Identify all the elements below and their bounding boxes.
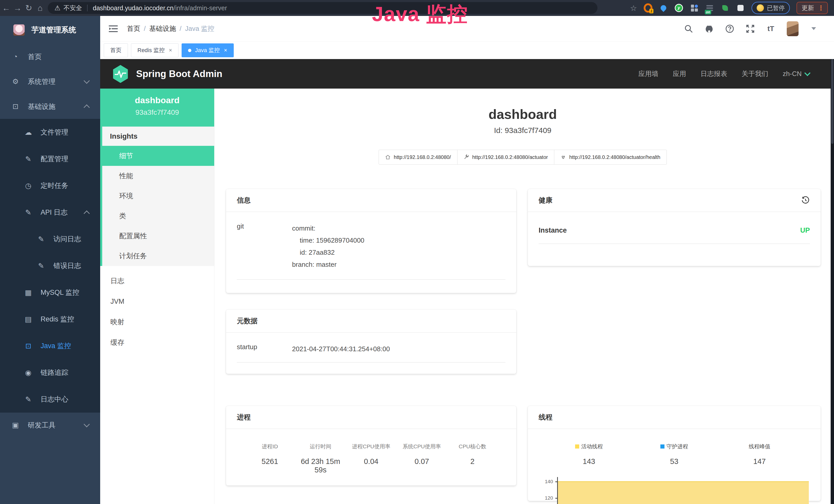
menu-item-mappings[interactable]: 映射 xyxy=(100,312,214,332)
browser-back-icon[interactable]: ← xyxy=(1,3,11,13)
health-url-button[interactable]: http://192.168.0.2:48080/actuator/health xyxy=(554,150,667,165)
sidebar-item-infra[interactable]: ⊡ 基础设施 xyxy=(0,94,100,119)
bookmark-star-icon[interactable]: ☆ xyxy=(630,4,637,13)
sidebar-item-scheduled-jobs[interactable]: ◷ 定时任务 xyxy=(0,172,100,199)
browser-reload-icon[interactable]: ↻ xyxy=(24,3,34,13)
profile-paused-chip[interactable]: 已暂停 xyxy=(751,2,790,14)
menu-item-config-props[interactable]: 配置属性 xyxy=(102,226,214,246)
extension-pin-icon[interactable] xyxy=(659,4,668,12)
extension-green-circle-icon[interactable]: y xyxy=(675,4,683,12)
threads-area-chart: 140 120 100 xyxy=(539,477,810,504)
address-bar[interactable]: ⚠ 不安全 dashboard.yudao.iocoder.cn /infra/… xyxy=(48,2,597,14)
search-icon[interactable] xyxy=(684,24,693,33)
sidebar-collapse-icon[interactable] xyxy=(108,25,118,33)
health-card-header: 健康 xyxy=(528,189,821,212)
close-icon[interactable]: × xyxy=(224,47,227,54)
extensions-puzzle-icon[interactable] xyxy=(736,4,745,12)
tick-mark xyxy=(555,498,558,499)
url-host[interactable]: dashboard.yudao.iocoder.cn xyxy=(93,4,173,12)
sidebar-item-java-monitor[interactable]: ⊡ Java 监控 xyxy=(0,333,100,359)
chrome-update-button[interactable]: 更新 ⋮ xyxy=(796,2,828,14)
extension-tabs-icon[interactable]: on xyxy=(705,4,714,12)
chevron-down-icon xyxy=(84,77,90,84)
breadcrumb-home[interactable]: 首页 xyxy=(127,24,140,33)
card-title: 元数据 xyxy=(237,316,258,325)
help-icon[interactable] xyxy=(725,24,734,33)
metadata-card-body: startup 2021-04-27T00:44:31.254+08:00 xyxy=(226,333,516,373)
spring-boot-admin-logo[interactable] xyxy=(112,65,129,84)
avatar-caret-icon[interactable] xyxy=(811,27,816,30)
extension-leaf-icon[interactable] xyxy=(721,4,729,12)
sidebar-item-access-log[interactable]: ✎ 访问日志 xyxy=(0,226,100,252)
browser-menu-icon[interactable]: ⋮ xyxy=(817,4,824,12)
sba-nav-applications[interactable]: 应用 xyxy=(673,69,686,78)
url-path[interactable]: /infra/admin-server xyxy=(173,4,227,12)
sba-content: dashboard Id: 93a3fc7f7409 http://192.16… xyxy=(215,89,831,504)
browser-home-icon[interactable]: ⌂ xyxy=(35,3,45,13)
close-icon[interactable]: × xyxy=(169,47,172,54)
health-history-icon[interactable] xyxy=(801,196,810,205)
menu-item-environment[interactable]: 环境 xyxy=(102,186,214,206)
table-row: Instance UP xyxy=(539,222,810,244)
scrollbar-thumb[interactable] xyxy=(831,59,833,144)
menu-item-jvm[interactable]: JVM xyxy=(100,291,214,312)
wrench-icon xyxy=(464,154,469,160)
locale-label: zh-CN xyxy=(783,70,802,78)
info-key: git xyxy=(237,222,292,271)
cards-right-column: 健康 Instance UP xyxy=(528,189,821,501)
stat-pid: 进程ID 5261 xyxy=(244,443,295,474)
service-url-button[interactable]: http://192.168.0.2:48080/ xyxy=(379,150,457,165)
app-logo-row[interactable]: 芋道管理系统 xyxy=(0,16,100,44)
extension-orange-icon[interactable]: 1 xyxy=(644,4,652,12)
info-value: commit: time: 1596289704000 id: 27aa832 … xyxy=(292,222,365,271)
grid-icon xyxy=(691,5,698,12)
font-size-icon[interactable]: tT xyxy=(766,24,775,33)
user-avatar[interactable] xyxy=(787,21,798,36)
app-title: 芋道管理系统 xyxy=(31,25,76,35)
extension-grid-icon[interactable] xyxy=(690,4,699,12)
sidebar-item-dev-tools[interactable]: ▣ 研发工具 xyxy=(0,413,100,437)
sba-nav-wallboard[interactable]: 应用墙 xyxy=(638,69,658,78)
menu-item-logs[interactable]: 日志 xyxy=(100,271,214,291)
fullscreen-icon[interactable] xyxy=(746,24,755,33)
browser-forward-icon[interactable]: → xyxy=(12,3,23,13)
card-title: 进程 xyxy=(237,413,251,422)
github-icon[interactable] xyxy=(705,24,714,33)
menu-item-classes[interactable]: 类 xyxy=(102,206,214,226)
menu-item-caches[interactable]: 缓存 xyxy=(100,332,214,353)
actuator-url-button[interactable]: http://192.168.0.2:48080/actuator xyxy=(457,150,554,165)
sba-brand-title[interactable]: Spring Boot Admin xyxy=(136,69,222,79)
sidebar-item-config-mgmt[interactable]: ✎ 配置管理 xyxy=(0,145,100,172)
sidebar-item-redis-monitor[interactable]: ▤ Redis 监控 xyxy=(0,306,100,333)
menu-item-metrics[interactable]: 性能 xyxy=(102,166,214,186)
sidebar-item-file-mgmt[interactable]: ☁ 文件管理 xyxy=(0,119,100,145)
tab-label: 首页 xyxy=(110,46,122,54)
sidebar-item-api-log[interactable]: ✎ API 日志 xyxy=(0,199,100,226)
tab-java-monitor[interactable]: Java 监控 × xyxy=(182,43,234,57)
vertical-scrollbar[interactable] xyxy=(831,59,834,504)
menu-item-details[interactable]: 细节 xyxy=(102,146,214,166)
eye-icon: ◉ xyxy=(24,368,33,377)
sidebar-item-home[interactable]: ◔ 首页 xyxy=(0,44,100,69)
sba-locale-select[interactable]: zh-CN xyxy=(783,70,810,78)
sidebar-item-label: 错误日志 xyxy=(53,261,81,270)
sba-nav-journal[interactable]: 日志报表 xyxy=(700,69,727,78)
tab-home[interactable]: 首页 xyxy=(104,43,128,57)
menu-item-scheduled-tasks[interactable]: 计划任务 xyxy=(102,246,214,266)
sidebar-item-tracing[interactable]: ◉ 链路追踪 xyxy=(0,359,100,386)
active-dot-icon xyxy=(188,49,191,52)
sidebar-item-system[interactable]: ⚙ 系统管理 xyxy=(0,69,100,94)
tab-redis-monitor[interactable]: Redis 监控 × xyxy=(131,43,178,57)
sidebar-item-mysql-monitor[interactable]: ▦ MySQL 监控 xyxy=(0,279,100,306)
stat-cpus: CPU核心数 2 xyxy=(447,443,498,474)
cards-grid: 信息 git commit: time: 1596289704000 id: 2… xyxy=(215,165,831,501)
not-secure-label[interactable]: 不安全 xyxy=(63,4,82,12)
breadcrumb-infra[interactable]: 基础设施 xyxy=(149,24,176,33)
briefcase-icon: ▣ xyxy=(11,421,20,429)
on-badge: on xyxy=(705,10,711,15)
service-url-label: http://192.168.0.2:48080/ xyxy=(394,154,451,160)
sidebar-item-log-center[interactable]: ✎ 日志中心 xyxy=(0,386,100,413)
git-id-line: id: 27aa832 xyxy=(292,247,365,258)
sba-nav-about[interactable]: 关于我们 xyxy=(742,69,768,78)
sidebar-item-error-log[interactable]: ✎ 错误日志 xyxy=(0,252,100,279)
